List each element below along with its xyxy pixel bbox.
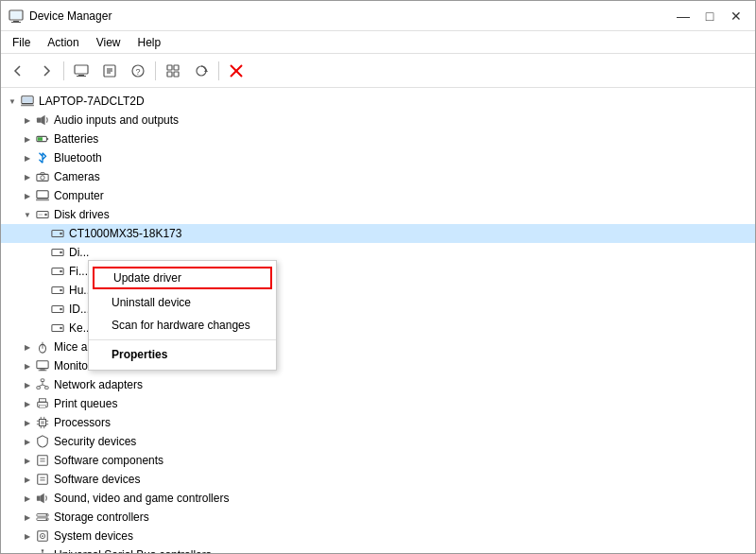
svg-rect-55 (45, 387, 49, 390)
fi-icon (50, 264, 65, 279)
tree-item-diskdrives[interactable]: ▼ Disk drives (1, 205, 755, 224)
svg-point-42 (60, 289, 62, 292)
svg-point-33 (44, 214, 47, 216)
svg-point-81 (46, 514, 48, 516)
tree-item-audio[interactable]: ▶ Audio inputs and outputs (1, 111, 755, 130)
diskdrives-icon (35, 207, 50, 222)
tree-item-software-devices[interactable]: ▶ Software devices (1, 470, 755, 489)
svg-rect-16 (174, 72, 179, 77)
network-icon (35, 377, 50, 392)
svg-rect-78 (37, 495, 41, 500)
software-devices-label: Software devices (54, 473, 140, 486)
svg-line-58 (43, 385, 46, 387)
scan-icon-btn[interactable] (188, 58, 215, 84)
software-devices-icon (35, 472, 50, 487)
network-label: Network adapters (54, 378, 143, 391)
expand-icon-fi (35, 264, 50, 279)
cameras-label: Cameras (54, 170, 100, 183)
close-button[interactable]: ✕ (725, 5, 747, 27)
ctx-scan-hardware[interactable]: Scan for hardware changes (89, 314, 276, 337)
svg-point-40 (60, 270, 62, 273)
devices-icon-btn[interactable] (160, 58, 186, 84)
usb-icon (35, 547, 50, 553)
delete-icon-btn[interactable] (223, 58, 249, 84)
tree-item-cameras[interactable]: ▶ Cameras (1, 167, 755, 186)
laptop-icon (20, 94, 35, 109)
svg-point-85 (42, 535, 43, 537)
expand-icon-network: ▶ (20, 377, 35, 392)
printqueues-label: Print queues (54, 397, 117, 410)
svg-rect-6 (77, 76, 86, 77)
forward-button[interactable] (33, 58, 60, 84)
svg-rect-63 (41, 421, 44, 424)
tree-item-network[interactable]: ▶ Network adapters (1, 375, 755, 394)
menu-help[interactable]: Help (130, 34, 169, 51)
svg-rect-26 (38, 137, 43, 141)
svg-rect-61 (40, 406, 46, 408)
tree-item-security[interactable]: ▶ Security devices (1, 432, 755, 451)
tree-item-computer[interactable]: ▶ Computer (1, 186, 755, 205)
tree-item-ct[interactable]: CT1000MX35-18K173 (1, 224, 755, 243)
svg-rect-72 (38, 456, 48, 466)
svg-rect-27 (46, 138, 48, 140)
tree-item-usb[interactable]: ▶ Universal Serial Bus controllers (1, 545, 755, 553)
fi-label: Fi... (69, 265, 88, 278)
menu-view[interactable]: View (89, 34, 129, 51)
expand-icon-diskdrives: ▼ (20, 207, 35, 222)
tree-item-storage[interactable]: ▶ Storage controllers (1, 508, 755, 527)
svg-point-46 (60, 327, 62, 330)
tree-item-batteries[interactable]: ▶ Batteries (1, 130, 755, 148)
ctx-update-driver[interactable]: Update driver (93, 267, 272, 289)
diskdrives-label: Disk drives (54, 208, 110, 221)
title-bar: Device Manager — □ ✕ (1, 1, 755, 31)
device-manager-window: Device Manager — □ ✕ File Action View He… (0, 0, 756, 554)
expand-icon-cameras: ▶ (20, 169, 35, 184)
expand-icon-ct (35, 226, 50, 241)
system-icon (35, 528, 50, 544)
minimize-button[interactable]: — (672, 5, 695, 27)
expand-icon-computer: ▶ (20, 188, 35, 203)
batteries-icon (35, 131, 50, 147)
expand-icon-software-components: ▶ (20, 453, 35, 468)
menu-file[interactable]: File (5, 34, 38, 51)
expand-icon-hu (35, 283, 50, 298)
software-components-label: Software components (54, 454, 163, 467)
properties-icon-btn[interactable] (96, 58, 123, 84)
expand-icon-processors: ▶ (20, 415, 35, 430)
ct-label: CT1000MX35-18K173 (69, 227, 181, 240)
ct-icon (50, 226, 65, 241)
expand-icon-storage: ▶ (20, 510, 35, 525)
ctx-properties[interactable]: Properties (89, 343, 276, 366)
tree-item-laptop[interactable]: ▼ LAPTOP-7ADCLT2D (1, 92, 755, 111)
svg-rect-22 (23, 97, 33, 103)
svg-marker-18 (204, 69, 208, 72)
maximize-button[interactable]: □ (698, 5, 721, 27)
help-icon-btn[interactable]: ? (125, 58, 151, 84)
sound-label: Sound, video and game controllers (54, 492, 229, 505)
tree-item-printqueues[interactable]: ▶ Print queues (1, 394, 755, 413)
window-icon (9, 9, 24, 24)
ctx-uninstall-device[interactable]: Uninstall device (89, 291, 276, 314)
tree-item-sound[interactable]: ▶ Sound, video and game controllers (1, 489, 755, 508)
tree-item-di[interactable]: Di... (1, 243, 755, 262)
toolbar-separator-3 (218, 61, 219, 80)
id-icon (50, 302, 65, 317)
svg-rect-23 (21, 105, 34, 107)
tree-item-bluetooth[interactable]: ▶ Bluetooth (1, 148, 755, 167)
svg-point-82 (46, 518, 48, 520)
back-button[interactable] (5, 58, 31, 84)
tree-item-processors[interactable]: ▶ Processors (1, 413, 755, 432)
di-label: Di... (69, 246, 89, 259)
expand-icon-di (35, 245, 50, 260)
tree-item-software-components[interactable]: ▶ Software components (1, 451, 755, 470)
window-title: Device Manager (29, 9, 672, 23)
tree-item-system[interactable]: ▶ System devices (1, 527, 755, 545)
expand-icon-system: ▶ (20, 528, 35, 544)
di-icon (50, 245, 65, 260)
expand-icon-id (35, 302, 50, 317)
processors-label: Processors (54, 416, 111, 429)
svg-rect-15 (167, 72, 172, 77)
menu-action[interactable]: Action (40, 34, 86, 51)
software-components-icon (35, 453, 50, 468)
computer-icon-btn[interactable] (68, 58, 94, 84)
